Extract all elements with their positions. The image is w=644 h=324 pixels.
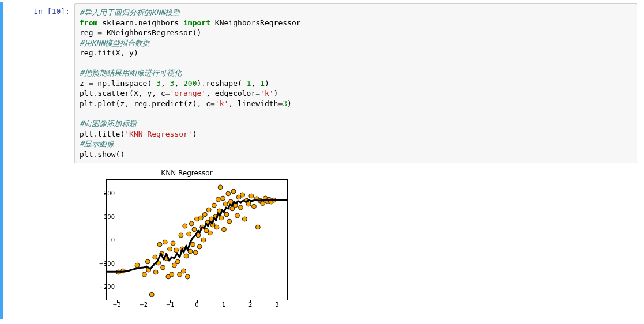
svg-point-12 — [161, 265, 165, 270]
svg-point-69 — [242, 217, 247, 221]
svg-point-21 — [175, 259, 180, 264]
svg-point-41 — [202, 212, 207, 217]
code-cell: In [10]: #导入用于回归分析的KNN模型 from sklearn.ne… — [0, 2, 637, 319]
svg-point-25 — [182, 269, 186, 273]
svg-point-22 — [178, 272, 182, 277]
ytick-label: 0 — [92, 237, 115, 243]
ytick-label: 200 — [92, 190, 115, 197]
svg-point-55 — [221, 196, 225, 201]
svg-point-18 — [171, 241, 175, 246]
svg-point-3 — [142, 272, 146, 277]
svg-point-16 — [168, 247, 172, 251]
chart-axes — [106, 179, 288, 300]
svg-point-68 — [240, 193, 245, 197]
code-text: #导入用于回归分析的KNN模型 from sklearn.neighbors i… — [80, 7, 632, 159]
svg-point-59 — [226, 191, 231, 196]
ytick-label: 100 — [92, 213, 115, 220]
svg-point-32 — [191, 242, 195, 247]
svg-point-65 — [235, 213, 239, 218]
svg-point-58 — [224, 212, 229, 217]
svg-point-77 — [261, 201, 265, 206]
code-input-area[interactable]: #导入用于回归分析的KNN模型 from sklearn.neighbors i… — [74, 3, 637, 163]
svg-point-34 — [193, 250, 198, 255]
svg-point-2 — [135, 263, 140, 268]
svg-point-57 — [223, 202, 228, 206]
svg-point-6 — [149, 292, 154, 297]
svg-point-29 — [187, 232, 191, 236]
ytick-label: −100 — [92, 260, 115, 266]
svg-point-8 — [153, 270, 158, 274]
svg-point-31 — [189, 221, 194, 226]
svg-point-75 — [255, 225, 260, 229]
input-prompt: In [10]: — [6, 3, 74, 318]
svg-point-37 — [197, 244, 202, 249]
chart-figure: KNN Regressor −200−1000100200−3−2−10123 — [74, 168, 299, 318]
svg-point-71 — [246, 202, 251, 206]
cell-body: #导入用于回归分析的KNN模型 from sklearn.neighbors i… — [74, 3, 637, 318]
svg-point-13 — [163, 240, 167, 244]
output-area: KNN Regressor −200−1000100200−3−2−10123 — [74, 168, 637, 318]
svg-point-10 — [157, 242, 162, 247]
ytick-label: −200 — [92, 283, 115, 289]
svg-point-54 — [219, 216, 224, 220]
svg-point-23 — [179, 233, 183, 238]
svg-point-50 — [214, 225, 219, 229]
svg-point-56 — [221, 227, 226, 232]
notebook: In [10]: #导入用于回归分析的KNN模型 from sklearn.ne… — [0, 0, 644, 321]
svg-point-44 — [206, 208, 211, 212]
svg-point-53 — [218, 185, 223, 190]
svg-point-7 — [153, 255, 157, 259]
svg-point-48 — [212, 203, 216, 208]
svg-point-73 — [251, 204, 256, 209]
svg-point-4 — [145, 259, 150, 264]
svg-point-45 — [208, 231, 213, 235]
svg-point-26 — [183, 224, 187, 228]
svg-point-72 — [249, 194, 254, 198]
chart-title: KNN Regressor — [74, 169, 299, 177]
svg-point-38 — [198, 216, 203, 220]
svg-point-17 — [170, 272, 174, 277]
svg-point-67 — [238, 205, 243, 210]
svg-point-40 — [201, 238, 206, 242]
svg-point-28 — [185, 274, 190, 279]
svg-point-63 — [231, 189, 236, 194]
svg-point-60 — [227, 219, 232, 224]
svg-point-33 — [192, 227, 197, 232]
svg-point-20 — [174, 248, 179, 253]
svg-point-27 — [184, 254, 189, 258]
svg-point-19 — [172, 263, 176, 268]
svg-point-51 — [216, 197, 220, 202]
